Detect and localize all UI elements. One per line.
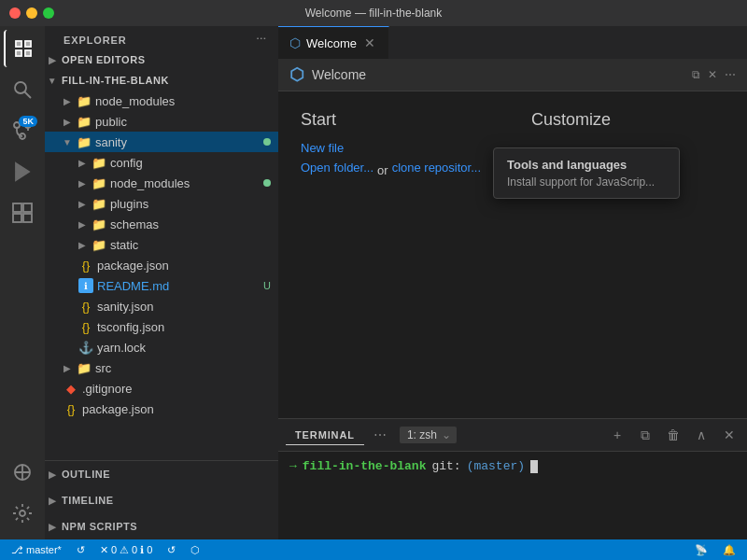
folder-icon: 📁 (77, 134, 92, 149)
more-actions-icon[interactable]: ⋯ (256, 34, 267, 46)
close-button[interactable] (9, 7, 21, 19)
terminal-shell-selector[interactable]: 1: zsh (400, 427, 457, 443)
extensions-activity-icon[interactable] (4, 194, 41, 231)
tree-item-config[interactable]: ▶ 📁 config (45, 152, 278, 173)
broadcast-status[interactable]: 📡 (691, 544, 712, 556)
folder-icon: 📁 (92, 155, 106, 170)
folder-icon: 📁 (77, 360, 92, 375)
editor-area: ⬡ Welcome ✕ ⬡ Welcome ⧉ ✕ ⋯ S (278, 26, 747, 539)
tree-item-public[interactable]: ▶ 📁 public (45, 111, 278, 132)
yarn-icon: ⚓ (78, 340, 93, 355)
timeline-section[interactable]: ▶ TIMELINE (45, 487, 278, 513)
folder-chevron: ▼ (60, 134, 75, 149)
commit-status[interactable]: ⬡ (187, 544, 204, 556)
tree-item-package-json-root[interactable]: {} package.json (45, 399, 278, 419)
outline-section[interactable]: ▶ OUTLINE (45, 461, 278, 487)
activity-bar-bottom (4, 454, 41, 539)
open-editors-chevron: ▶ (45, 52, 60, 67)
folder-chevron: ▶ (60, 114, 75, 129)
terminal-tab-more-icon[interactable]: ⋯ (368, 424, 392, 446)
split-terminal-button[interactable]: ⧉ (635, 425, 655, 445)
tree-item-tsconfig[interactable]: {} tsconfig.json (45, 316, 278, 337)
tree-item-node-modules-sanity[interactable]: ▶ 📁 node_modules (45, 173, 278, 193)
tree-item-readme[interactable]: ℹ README.md U (45, 275, 278, 296)
welcome-tab-label: Welcome (306, 36, 357, 50)
folder-chevron: ▶ (75, 217, 90, 231)
terminal-area: TERMINAL ⋯ 1: zsh + ⧉ 🗑 ∧ ✕ (278, 418, 747, 539)
new-file-link[interactable]: New file (301, 141, 494, 155)
svg-point-4 (15, 82, 26, 93)
project-section[interactable]: ▼ FILL-IN-THE-BLANK (45, 70, 278, 91)
npm-scripts-section[interactable]: ▶ NPM SCRIPTS (45, 513, 278, 539)
tooltip-title: Tools and languages (507, 158, 666, 172)
tree-item-src[interactable]: ▶ 📁 src (45, 357, 278, 378)
welcome-tab[interactable]: ⬡ Welcome ✕ (278, 26, 389, 59)
more-welcome-actions-icon[interactable]: ⋯ (725, 68, 736, 81)
welcome-toolbar: ⬡ Welcome ⧉ ✕ ⋯ (278, 59, 747, 91)
tree-item-package-json-sanity[interactable]: {} package.json (45, 255, 278, 275)
tree-item-yarn[interactable]: ⚓ yarn.lock (45, 337, 278, 357)
notification-status[interactable]: 🔔 (719, 544, 740, 556)
sync-status[interactable]: ↺ (73, 544, 89, 556)
folder-icon: 📁 (92, 217, 106, 231)
svg-point-14 (20, 511, 25, 516)
welcome-content: Start New file Open folder... or clone r… (278, 91, 747, 418)
split-editor-icon[interactable]: ⧉ (692, 68, 700, 81)
window-controls[interactable] (9, 7, 54, 19)
open-folder-link[interactable]: Open folder... (301, 161, 374, 175)
tab-bar: ⬡ Welcome ✕ (278, 26, 747, 59)
open-editors-section[interactable]: ▶ OPEN EDITORS (45, 49, 278, 70)
prompt-git-label: git: (431, 459, 460, 473)
window-title: Welcome — fill-in-the-blank (305, 7, 443, 20)
json-icon: {} (78, 319, 93, 334)
terminal-prompt: → fill-in-the-blank git: (master) (289, 459, 736, 473)
restore-icon: ↺ (167, 544, 176, 556)
terminal-tab[interactable]: TERMINAL (286, 426, 364, 445)
tree-item-gitignore[interactable]: ◆ .gitignore (45, 378, 278, 399)
maximize-button[interactable] (43, 7, 54, 19)
timeline-chevron: ▶ (45, 493, 60, 508)
minimize-button[interactable] (26, 7, 37, 19)
cursor (530, 460, 538, 473)
error-icon: ✕ (100, 544, 108, 556)
explorer-activity-icon[interactable] (4, 30, 41, 67)
source-control-badge: 5K (19, 116, 37, 127)
md-icon: ℹ (78, 278, 93, 293)
run-activity-icon[interactable] (4, 153, 41, 190)
start-title: Start (301, 110, 494, 130)
sidebar: Explorer ⋯ ▶ OPEN EDITORS ▼ FILL-IN-THE-… (45, 26, 278, 539)
folder-chevron: ▶ (60, 93, 75, 108)
status-bar: ⎇ master* ↺ ✕ 0 ⚠ 0 ℹ 0 ↺ ⬡ 📡 🔔 (0, 539, 747, 560)
folder-chevron: ▶ (75, 196, 90, 211)
git-icon: ◆ (63, 381, 78, 396)
sidebar-header-actions[interactable]: ⋯ (256, 34, 267, 46)
svg-rect-11 (23, 203, 32, 212)
status-bar-left: ⎇ master* ↺ ✕ 0 ⚠ 0 ℹ 0 ↺ ⬡ (7, 544, 204, 556)
tree-item-sanity[interactable]: ▼ 📁 sanity (45, 132, 278, 152)
error-status[interactable]: ✕ 0 ⚠ 0 ℹ 0 (96, 544, 156, 556)
tree-item-schemas[interactable]: ▶ 📁 schemas (45, 214, 278, 234)
tree-item-static[interactable]: ▶ 📁 static (45, 234, 278, 255)
remote-activity-icon[interactable] (4, 454, 41, 491)
terminal-content[interactable]: → fill-in-the-blank git: (master) (278, 452, 747, 539)
close-welcome-button[interactable]: ✕ (708, 68, 717, 81)
terminal-selector-wrap: 1: zsh (396, 427, 457, 443)
maximize-terminal-button[interactable]: ∧ (691, 425, 712, 445)
clone-repo-link[interactable]: clone repositor... (392, 161, 481, 175)
tree-item-plugins[interactable]: ▶ 📁 plugins (45, 193, 278, 214)
close-tab-button[interactable]: ✕ (362, 35, 377, 50)
restore-status[interactable]: ↺ (163, 544, 179, 556)
branch-status[interactable]: ⎇ master* (7, 544, 65, 556)
settings-activity-icon[interactable] (4, 495, 41, 532)
source-control-activity-icon[interactable]: 5K (4, 112, 41, 149)
welcome-toolbar-actions: ⧉ ✕ ⋯ (692, 68, 736, 81)
search-activity-icon[interactable] (4, 71, 41, 108)
tree-item-sanity-json[interactable]: {} sanity.json (45, 296, 278, 316)
folder-chevron: ▶ (75, 155, 90, 170)
tree-item-node-modules-root[interactable]: ▶ 📁 node_modules (45, 91, 278, 111)
new-terminal-button[interactable]: + (607, 425, 627, 445)
project-chevron: ▼ (45, 73, 60, 88)
prompt-arrow: → (289, 459, 297, 473)
kill-terminal-button[interactable]: 🗑 (663, 425, 684, 445)
close-terminal-button[interactable]: ✕ (719, 425, 740, 445)
